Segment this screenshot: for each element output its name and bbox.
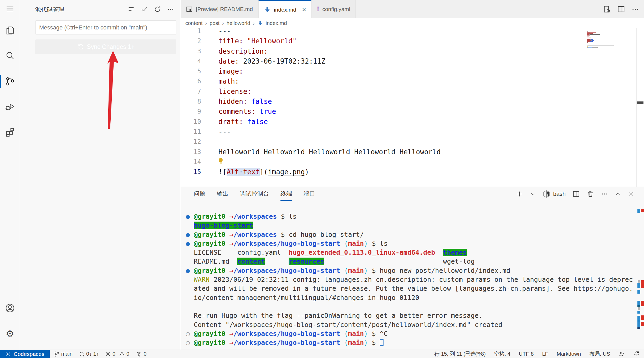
line-number: 12 [181, 137, 208, 147]
tab-label: index.md [274, 7, 296, 13]
terminal-line: README.md content resources wget-log [186, 257, 637, 266]
minimap-line [587, 38, 636, 38]
branch-item[interactable]: main [54, 351, 73, 357]
line-number: 1 [181, 28, 208, 36]
search-icon[interactable] [4, 49, 16, 62]
notifications-bell-icon[interactable] [633, 351, 640, 357]
tab-debug-console[interactable]: 调试控制台 [240, 187, 269, 201]
tab-ports[interactable]: 端口 [304, 187, 315, 201]
tab-config-yaml[interactable]: ! config.yaml [311, 0, 356, 18]
line-number: 6 [181, 76, 208, 86]
line-number: 3 [181, 46, 208, 56]
eol-sequence[interactable]: LF [542, 351, 548, 357]
indentation[interactable]: 空格: 4 [494, 350, 510, 357]
ports-item[interactable]: 0 [136, 351, 146, 357]
terminal-line: ● @grayit0 →/workspaces/hugo-blog-start … [186, 239, 637, 248]
terminal-line: ated and will be removed in a future rel… [186, 284, 637, 293]
commit-check-icon[interactable] [140, 5, 148, 13]
line-number: 15 [181, 167, 208, 177]
scrollbar-thumb[interactable] [637, 101, 643, 104]
terminal-line: ○ @grayit0 →/workspaces/hugo-blog-start … [186, 338, 637, 347]
open-changes-icon[interactable] [603, 5, 611, 13]
settings-gear-icon[interactable]: ⚙ [4, 328, 16, 340]
svg-text:$: $ [547, 193, 549, 196]
keyboard-layout[interactable]: 布局: US [589, 350, 610, 357]
code-line: 9comments: true [181, 106, 586, 116]
more-actions-icon[interactable] [601, 190, 608, 198]
ports-count: 0 [144, 351, 146, 357]
account-icon[interactable] [4, 302, 16, 314]
sync-changes-button[interactable]: Sync Changes 1↑ [35, 39, 176, 54]
sidebar-title: 源代码管理 [35, 6, 64, 14]
explorer-icon[interactable] [4, 24, 16, 37]
minimap-line [587, 31, 636, 32]
commit-message-input[interactable] [35, 21, 176, 34]
overview-ruler[interactable] [636, 28, 644, 187]
extensions-icon[interactable] [4, 126, 16, 138]
feedback-icon[interactable] [619, 351, 625, 357]
panel-tabs: 问题 输出 调试控制台 终端 端口 [194, 187, 315, 201]
tab-terminal[interactable]: 终端 [280, 187, 292, 201]
close-panel-icon[interactable] [628, 191, 635, 197]
minimap-line [587, 37, 636, 37]
editor-group: [Preview] README.md index.md × ! config.… [181, 0, 644, 350]
sync-icon [77, 43, 84, 50]
encoding[interactable]: UTF-8 [519, 351, 534, 357]
sync-status-item[interactable]: 0↓ 1↑ [79, 351, 99, 357]
view-as-list-icon[interactable] [127, 5, 135, 13]
code-editor[interactable]: 1---2title: "Helloworld"3description:4da… [181, 28, 644, 187]
run-debug-icon[interactable] [4, 100, 16, 113]
minimap-line [587, 43, 636, 44]
source-control-icon[interactable] [4, 75, 16, 88]
bash-shell-icon: $ [543, 190, 550, 198]
code-line: 13Helloworld Helloworld Helloworld Hello… [181, 147, 586, 157]
shell-label[interactable]: bash [553, 191, 566, 197]
line-number: 7 [181, 86, 208, 96]
code-line: 10draft: false [181, 117, 586, 127]
code-line: 15![Alt·text](image.png) [181, 167, 586, 177]
tab-index-md[interactable]: index.md × [258, 0, 311, 18]
terminal-line [186, 302, 637, 311]
chevron-down-icon[interactable] [530, 191, 536, 197]
code-line: 2title: "Helloworld" [181, 36, 586, 46]
problems-item[interactable]: 0 0 [105, 351, 129, 357]
minimap[interactable] [587, 31, 636, 48]
tab-output[interactable]: 输出 [217, 187, 228, 201]
minimap-line [587, 47, 636, 48]
breadcrumb-item[interactable]: helloworld [227, 20, 250, 26]
code-line: 5image: [181, 66, 586, 76]
menu-hamburger-icon[interactable] [4, 3, 16, 15]
split-terminal-icon[interactable] [573, 190, 580, 198]
terminal[interactable]: ● @grayit0 →/workspaces $ ls hugo-blog-s… [186, 212, 637, 347]
new-terminal-icon[interactable] [516, 190, 523, 198]
line-number: 9 [181, 106, 208, 116]
breadcrumb-item[interactable]: content [185, 20, 203, 26]
kill-terminal-trash-icon[interactable] [587, 190, 594, 198]
breadcrumb-item[interactable]: post [209, 20, 219, 26]
tab-preview-readme[interactable]: [Preview] README.md [181, 0, 258, 18]
code-line: 4date: 2023-06-19T02:32:11Z [181, 56, 586, 66]
error-count: 0 [113, 351, 115, 357]
tab-close-icon[interactable]: × [302, 6, 306, 14]
code-line: 1--- [181, 28, 586, 36]
remote-indicator[interactable]: Codespaces [0, 350, 50, 358]
more-actions-icon[interactable] [631, 5, 639, 13]
code-line: 6math: [181, 76, 586, 86]
chevron-right-icon: › [205, 20, 207, 26]
chevron-right-icon: › [222, 20, 224, 26]
status-right: 行 15, 列 11 (已选择8) 空格: 4 UTF-8 LF Markdow… [434, 350, 644, 357]
maximize-panel-icon[interactable] [615, 191, 621, 197]
branch-label: main [61, 351, 73, 357]
code-lines: 1---2title: "Helloworld"3description:4da… [181, 28, 586, 177]
more-actions-icon[interactable] [167, 5, 175, 13]
cursor-position[interactable]: 行 15, 列 11 (已选择8) [434, 350, 485, 357]
tab-problems[interactable]: 问题 [194, 187, 205, 201]
breadcrumb-item[interactable]: index.md [266, 20, 287, 26]
refresh-icon[interactable] [154, 5, 161, 13]
bottom-panel: 问题 输出 调试控制台 终端 端口 $ bash [181, 187, 644, 350]
panel-toolbar: $ bash [516, 187, 635, 201]
language-mode[interactable]: Markdown [557, 351, 581, 357]
code-line: 3description: [181, 46, 586, 56]
radio-tower-icon [136, 351, 142, 357]
split-editor-icon[interactable] [617, 5, 625, 13]
